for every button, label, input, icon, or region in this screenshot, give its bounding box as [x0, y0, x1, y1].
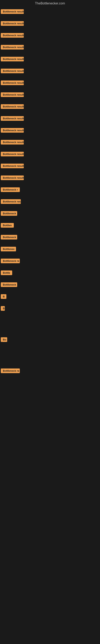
bottleneck-badge[interactable]: Bottleneck result — [1, 116, 24, 121]
list-item: Bottleneck result — [1, 149, 99, 161]
bottleneck-badge[interactable]: Bottleneck r — [1, 187, 20, 192]
list-item: Bottleneck result — [1, 19, 99, 30]
bottleneck-badge[interactable]: Bottleneck — [1, 235, 17, 240]
bottleneck-badge[interactable]: Bottle — [1, 270, 12, 275]
bottleneck-badge[interactable]: Bottleneck result — [1, 9, 24, 14]
bottleneck-badge[interactable]: Bottleneck result — [1, 176, 24, 180]
list-item — [1, 384, 99, 391]
list-item: Bottleneck resu — [1, 197, 99, 209]
list-item: Bottlen — [1, 220, 99, 232]
bottleneck-badge[interactable]: Bottleneck result — [1, 33, 24, 38]
list-item: Bottleneck — [1, 209, 99, 220]
list-item: B — [1, 304, 99, 316]
list-item: Bottlenec — [1, 244, 99, 256]
bottleneck-badge[interactable]: Bo — [1, 337, 7, 342]
list-item — [1, 353, 99, 360]
bottleneck-badge[interactable]: Bottleneck — [1, 282, 17, 287]
bottleneck-badge[interactable]: Bottleneck result — [1, 69, 24, 73]
list-item: Bottle — [1, 268, 99, 280]
list-item: Bottleneck result — [1, 90, 99, 102]
bottleneck-badge[interactable]: Bottleneck result — [1, 92, 24, 97]
list-item: Bottleneck result — [1, 7, 99, 19]
bottleneck-badge[interactable]: Bottleneck result — [1, 140, 24, 144]
bottleneck-badge[interactable]: Bottleneck re — [1, 258, 20, 263]
list-item: Bottleneck result — [1, 78, 99, 90]
list-item: Bottleneck — [1, 280, 99, 292]
list-item — [1, 360, 99, 366]
list-item: Bottleneck result — [1, 30, 99, 42]
list-item — [1, 378, 99, 384]
list-item: Bottleneck result — [1, 126, 99, 138]
list-item: Bottleneck result — [1, 173, 99, 185]
bottleneck-badge[interactable]: Bottleneck resu — [1, 199, 21, 204]
bottleneck-badge[interactable]: Bottlenec — [1, 247, 16, 251]
list-item: Bottleneck result — [1, 66, 99, 78]
list-item — [1, 347, 99, 353]
list-item: Bo — [1, 335, 99, 347]
bottleneck-badge[interactable]: Bottlen — [1, 223, 14, 228]
bottleneck-badge[interactable]: B — [1, 294, 6, 299]
bottleneck-badge[interactable]: Bottleneck result — [1, 152, 24, 156]
list-item: Bottleneck result — [1, 54, 99, 66]
list-item: Bottleneck result — [1, 161, 99, 173]
bottleneck-badge[interactable]: Bottleneck — [1, 211, 17, 216]
list-item: Bottleneck — [1, 232, 99, 244]
list-item: Bottleneck re — [1, 366, 99, 378]
list-item — [1, 316, 99, 322]
list-item: Bottleneck result — [1, 114, 99, 126]
list-item: Bottleneck result — [1, 102, 99, 114]
list-item: Bottleneck re — [1, 256, 99, 268]
list-item — [1, 328, 99, 335]
bottleneck-badge[interactable]: Bottleneck re — [1, 368, 20, 373]
bottleneck-badge[interactable]: Bottleneck result — [1, 57, 24, 62]
bottleneck-badge[interactable]: Bottleneck result — [1, 45, 24, 50]
bottleneck-badge[interactable]: Bottleneck result — [1, 128, 24, 132]
list-item — [1, 322, 99, 328]
site-title: TheBottlenecker.com — [0, 0, 100, 7]
bottleneck-badge[interactable]: Bottleneck result — [1, 104, 24, 109]
list-item: B — [1, 292, 99, 304]
list-item: Bottleneck r — [1, 185, 99, 197]
list-item — [1, 391, 99, 397]
bottleneck-badge[interactable]: Bottleneck result — [1, 164, 24, 168]
list-item: Bottleneck result — [1, 42, 99, 54]
list-item: Bottleneck result — [1, 138, 99, 149]
bottleneck-badge[interactable]: Bottleneck result — [1, 80, 24, 85]
items-container: Bottleneck resultBottleneck resultBottle… — [0, 7, 100, 397]
bottleneck-badge[interactable]: Bottleneck result — [1, 21, 24, 26]
bottleneck-badge[interactable]: B — [1, 306, 5, 311]
